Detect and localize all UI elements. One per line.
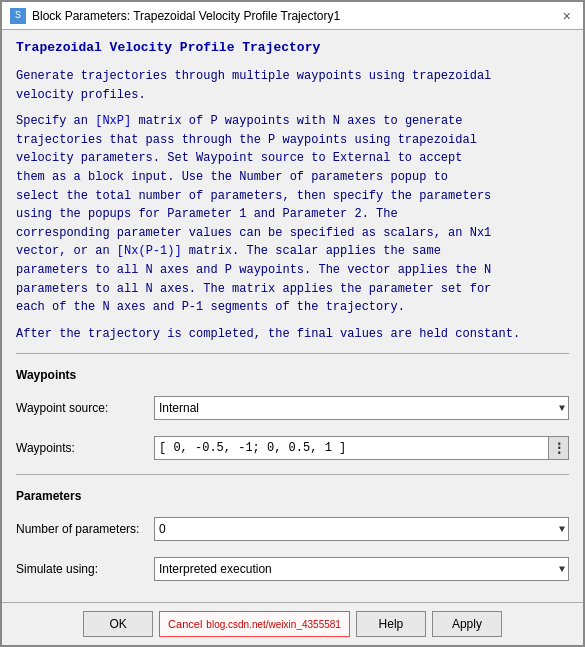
simulate-label: Simulate using:: [16, 562, 146, 576]
waypoints-input-wrapper: ⋮: [154, 436, 569, 460]
content-area: Trapezoidal Velocity Profile Trajectory …: [2, 30, 583, 602]
waypoints-input[interactable]: [155, 437, 548, 459]
waypoints-label: Waypoints:: [16, 441, 146, 455]
help-button[interactable]: Help: [356, 611, 426, 637]
detail-description: Specify an [NxP] matrix of P waypoints w…: [16, 112, 569, 317]
waypoints-divider: [16, 353, 569, 354]
button-bar: OK Cancel blog.csdn.net/weixin_4355581 H…: [2, 602, 583, 645]
ok-button[interactable]: OK: [83, 611, 153, 637]
title-bar: S Block Parameters: Trapezoidal Velocity…: [2, 2, 583, 30]
apply-button[interactable]: Apply: [432, 611, 502, 637]
code-nxp: [NxP]: [95, 114, 131, 128]
waypoints-section-label: Waypoints: [16, 368, 569, 382]
num-params-label: Number of parameters:: [16, 522, 146, 536]
simulate-row: Simulate using: Interpreted execution Co…: [16, 557, 569, 581]
parameters-section-label: Parameters: [16, 489, 569, 503]
num-params-select[interactable]: 0 1 2: [154, 517, 569, 541]
waypoint-source-select[interactable]: Internal External: [154, 396, 569, 420]
waypoints-menu-button[interactable]: ⋮: [548, 437, 568, 459]
waypoint-source-row: Waypoint source: Internal External ▼: [16, 396, 569, 420]
window-title: Block Parameters: Trapezoidal Velocity P…: [32, 9, 340, 23]
simulate-select-wrapper: Interpreted execution Code generation ▼: [154, 557, 569, 581]
close-button[interactable]: ×: [559, 8, 575, 24]
waypoints-value-row: Waypoints: ⋮: [16, 436, 569, 460]
after-description: After the trajectory is completed, the f…: [16, 325, 569, 344]
code-nxp1: [Nx(P-1)]: [117, 244, 182, 258]
cancel-label: Cancel: [168, 618, 202, 630]
short-description: Generate trajectories through multiple w…: [16, 67, 569, 104]
watermark-text: blog.csdn.net/weixin_4355581: [206, 619, 341, 630]
waypoint-source-label: Waypoint source:: [16, 401, 146, 415]
window-icon: S: [10, 8, 26, 24]
main-window: S Block Parameters: Trapezoidal Velocity…: [0, 0, 585, 647]
block-title: Trapezoidal Velocity Profile Trajectory: [16, 40, 569, 55]
parameters-divider: [16, 474, 569, 475]
simulate-select[interactable]: Interpreted execution Code generation: [154, 557, 569, 581]
num-params-row: Number of parameters: 0 1 2 ▼: [16, 517, 569, 541]
num-params-select-wrapper: 0 1 2 ▼: [154, 517, 569, 541]
title-bar-left: S Block Parameters: Trapezoidal Velocity…: [10, 8, 340, 24]
waypoint-source-select-wrapper: Internal External ▼: [154, 396, 569, 420]
watermark-cancel: Cancel blog.csdn.net/weixin_4355581: [159, 611, 350, 637]
